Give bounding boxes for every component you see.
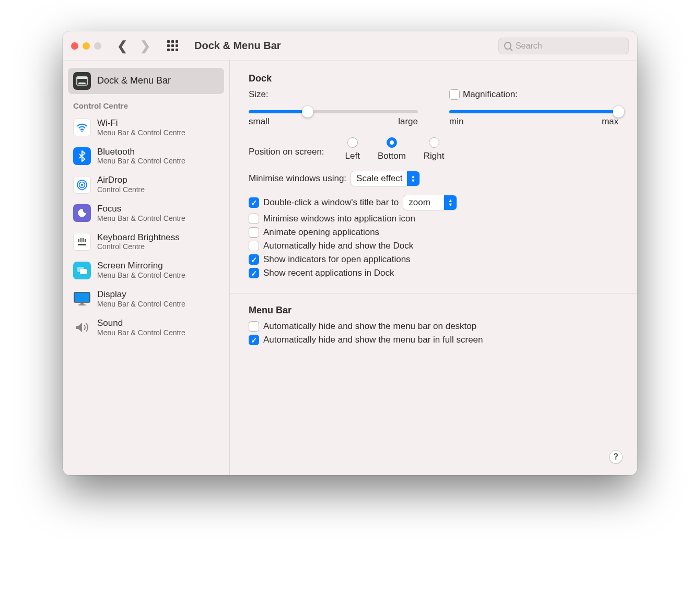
svg-rect-1: [77, 77, 87, 79]
svg-rect-10: [83, 238, 84, 242]
dock-menu-bar-icon: [73, 72, 91, 90]
sidebar-item-subtitle: Menu Bar & Control Centre: [97, 328, 185, 337]
back-button[interactable]: ❮: [117, 39, 127, 53]
content-pane: Dock Size: small large: [230, 61, 637, 475]
option-label: Automatically hide and show the Dock: [263, 241, 413, 251]
size-slider-thumb[interactable]: [302, 106, 313, 117]
double-click-label: Double-click a window's title bar to: [263, 197, 399, 208]
minimise-using-value: Scale effect: [356, 173, 403, 184]
checkbox[interactable]: [249, 335, 259, 345]
option-label: Automatically hide and show the menu bar…: [263, 335, 483, 345]
position-option-bottom[interactable]: Bottom: [378, 137, 406, 161]
magnification-checkbox[interactable]: [449, 89, 460, 100]
menubar-section-title: Menu Bar: [249, 305, 619, 316]
wifi-icon: [73, 119, 91, 136]
sidebar-item-subtitle: Control Centre: [97, 185, 145, 194]
dock-section-title: Dock: [249, 73, 619, 84]
sidebar-item-focus[interactable]: FocusMenu Bar & Control Centre: [68, 199, 224, 228]
sidebar-item-title: Bluetooth: [97, 147, 185, 157]
option-label: Automatically hide and show the menu bar…: [263, 321, 476, 332]
stepper-icon: ▲▼: [407, 171, 419, 186]
forward-button[interactable]: ❯: [140, 39, 150, 53]
svg-rect-13: [80, 269, 87, 274]
bluetooth-icon: [73, 147, 91, 165]
sidebar-item-title: Sound: [97, 319, 185, 328]
double-click-value: zoom: [409, 197, 440, 208]
radio-button[interactable]: [387, 137, 397, 148]
svg-rect-8: [78, 239, 79, 242]
magnification-slider[interactable]: [449, 110, 619, 113]
sidebar-item-display[interactable]: DisplayMenu Bar & Control Centre: [68, 285, 224, 313]
close-button[interactable]: [71, 42, 78, 50]
radio-label: Right: [424, 151, 445, 161]
radio-button[interactable]: [347, 137, 358, 148]
magnification-min-label: min: [449, 116, 463, 127]
sidebar-item-subtitle: Menu Bar & Control Centre: [97, 214, 185, 222]
sidebar-section-header: Control Centre: [68, 94, 224, 113]
radio-label: Left: [345, 151, 360, 161]
airdrop-icon: [73, 176, 91, 194]
radio-button[interactable]: [429, 137, 439, 148]
search-input[interactable]: [516, 41, 623, 51]
option-label: Show indicators for open applications: [263, 254, 411, 265]
magnification-slider-thumb[interactable]: [613, 106, 624, 117]
window-title: Dock & Menu Bar: [194, 40, 281, 52]
show-all-preferences-button[interactable]: [167, 40, 179, 52]
sidebar-item-airdrop[interactable]: AirDropControl Centre: [68, 170, 224, 199]
position-option-left[interactable]: Left: [345, 137, 360, 161]
dock-option-row: Animate opening applications: [249, 227, 619, 238]
mirror-icon: [73, 262, 91, 279]
focus-icon: [73, 204, 91, 222]
search-field[interactable]: [498, 38, 629, 54]
checkbox[interactable]: [249, 227, 259, 238]
display-icon: [73, 290, 91, 308]
stepper-icon: ▲▼: [444, 195, 457, 210]
size-slider-block: Size: small large: [249, 89, 418, 127]
magnification-max-label: max: [602, 116, 619, 127]
zoom-button[interactable]: [94, 42, 101, 50]
dock-option-row: Show recent applications in Dock: [249, 268, 619, 278]
checkbox[interactable]: [249, 214, 259, 224]
svg-rect-7: [78, 244, 86, 245]
dock-option-row: Automatically hide and show the Dock: [249, 241, 619, 251]
magnification-label: Magnification:: [463, 89, 518, 100]
svg-point-6: [81, 184, 83, 186]
sidebar-item-dock-menu-bar[interactable]: Dock & Menu Bar: [68, 68, 224, 94]
section-divider: [230, 293, 637, 293]
checkbox[interactable]: [249, 268, 259, 278]
sidebar-item-subtitle: Control Centre: [97, 242, 180, 251]
position-option-right[interactable]: Right: [424, 137, 445, 161]
svg-rect-2: [78, 83, 86, 84]
sidebar-item-title: Wi-Fi: [97, 119, 185, 128]
menubar-option-row: Automatically hide and show the menu bar…: [249, 335, 619, 345]
sidebar-item-wi-fi[interactable]: Wi-FiMenu Bar & Control Centre: [68, 113, 224, 142]
help-button[interactable]: ?: [609, 450, 623, 464]
minimise-using-label: Minimise windows using:: [249, 173, 346, 184]
size-max-label: large: [398, 116, 418, 127]
checkbox[interactable]: [249, 254, 259, 265]
dock-option-row: Show indicators for open applications: [249, 254, 619, 265]
checkbox[interactable]: [249, 321, 259, 332]
double-click-checkbox[interactable]: [249, 197, 259, 208]
svg-rect-15: [80, 303, 84, 304]
position-label: Position on screen:: [249, 137, 324, 157]
minimize-button[interactable]: [83, 42, 90, 50]
sidebar-item-title: AirDrop: [97, 175, 145, 185]
checkbox[interactable]: [249, 241, 259, 251]
sidebar-item-title: Keyboard Brightness: [97, 233, 180, 243]
sidebar-item-bluetooth[interactable]: BluetoothMenu Bar & Control Centre: [68, 142, 224, 171]
sidebar-item-subtitle: Menu Bar & Control Centre: [97, 128, 185, 137]
sidebar-item-title: Focus: [97, 204, 185, 214]
radio-label: Bottom: [378, 151, 406, 161]
minimise-using-select[interactable]: Scale effect ▲▼: [351, 171, 420, 186]
sidebar-item-keyboard-brightness[interactable]: Keyboard BrightnessControl Centre: [68, 228, 224, 256]
size-label: Size:: [249, 89, 269, 100]
sidebar-item-screen-mirroring[interactable]: Screen MirroringMenu Bar & Control Centr…: [68, 256, 224, 285]
sidebar-item-label: Dock & Menu Bar: [97, 76, 171, 86]
menubar-option-row: Automatically hide and show the menu bar…: [249, 321, 619, 332]
double-click-select[interactable]: zoom ▲▼: [403, 195, 457, 210]
size-slider[interactable]: [249, 110, 418, 113]
option-label: Show recent applications in Dock: [263, 268, 394, 278]
sidebar-item-sound[interactable]: SoundMenu Bar & Control Centre: [68, 313, 224, 342]
svg-rect-14: [74, 292, 90, 302]
